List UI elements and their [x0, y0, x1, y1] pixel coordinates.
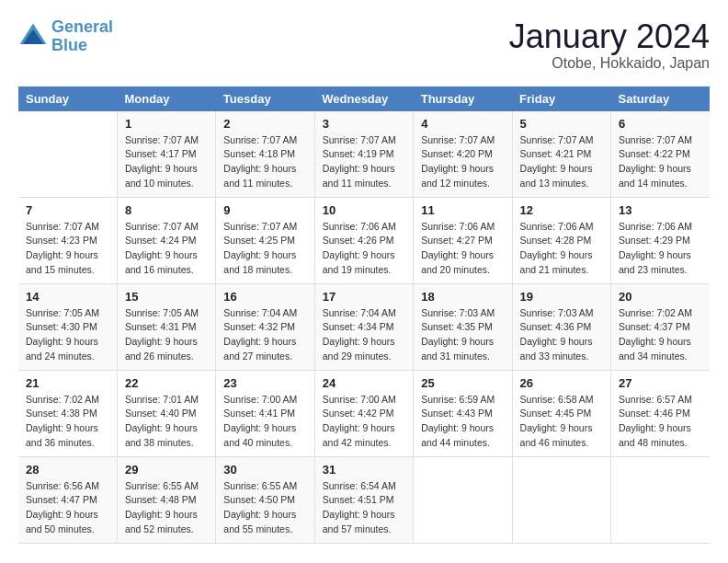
logo-line2: Blue: [51, 36, 87, 54]
calendar-cell: 7Sunrise: 7:07 AMSunset: 4:23 PMDaylight…: [18, 197, 117, 283]
day-number: 20: [619, 290, 702, 304]
calendar-cell: 23Sunrise: 7:00 AMSunset: 4:41 PMDayligh…: [216, 370, 314, 456]
day-info: Sunrise: 7:07 AMSunset: 4:25 PMDaylight:…: [223, 220, 306, 278]
day-info: Sunrise: 7:07 AMSunset: 4:20 PMDaylight:…: [421, 133, 504, 191]
day-number: 11: [421, 203, 504, 217]
weekday-header: Sunday: [18, 86, 117, 111]
day-number: 17: [323, 290, 405, 304]
day-number: 15: [125, 290, 208, 304]
day-info: Sunrise: 7:03 AMSunset: 4:36 PMDaylight:…: [520, 306, 603, 364]
calendar-cell: [414, 456, 512, 543]
day-info: Sunrise: 7:01 AMSunset: 4:40 PMDaylight:…: [125, 393, 208, 451]
weekday-header: Wednesday: [314, 86, 413, 111]
day-info: Sunrise: 7:06 AMSunset: 4:29 PMDaylight:…: [619, 220, 702, 278]
day-info: Sunrise: 7:03 AMSunset: 4:35 PMDaylight:…: [421, 306, 504, 364]
day-number: 29: [125, 463, 208, 477]
calendar-cell: 5Sunrise: 7:07 AMSunset: 4:21 PMDaylight…: [512, 111, 610, 198]
calendar-cell: 26Sunrise: 6:58 AMSunset: 4:45 PMDayligh…: [512, 370, 610, 456]
day-number: 14: [26, 290, 109, 304]
day-number: 19: [520, 290, 603, 304]
day-info: Sunrise: 6:56 AMSunset: 4:47 PMDaylight:…: [26, 479, 109, 537]
day-info: Sunrise: 7:00 AMSunset: 4:42 PMDaylight:…: [323, 393, 405, 451]
day-number: 10: [323, 203, 405, 217]
day-number: 5: [520, 117, 603, 131]
day-info: Sunrise: 7:05 AMSunset: 4:30 PMDaylight:…: [26, 306, 109, 364]
day-number: 21: [26, 376, 109, 390]
calendar-cell: 9Sunrise: 7:07 AMSunset: 4:25 PMDaylight…: [216, 197, 314, 283]
logo-line1: General: [51, 17, 113, 36]
day-number: 8: [125, 203, 208, 217]
day-info: Sunrise: 7:06 AMSunset: 4:27 PMDaylight:…: [421, 220, 504, 278]
month-title: January 2024: [509, 18, 710, 55]
calendar-table: SundayMondayTuesdayWednesdayThursdayFrid…: [18, 86, 710, 544]
day-info: Sunrise: 7:07 AMSunset: 4:21 PMDaylight:…: [520, 133, 603, 191]
calendar-cell: 15Sunrise: 7:05 AMSunset: 4:31 PMDayligh…: [117, 283, 215, 370]
calendar-cell: 29Sunrise: 6:55 AMSunset: 4:48 PMDayligh…: [117, 456, 215, 543]
day-info: Sunrise: 7:02 AMSunset: 4:38 PMDaylight:…: [26, 393, 109, 451]
weekday-header: Monday: [117, 86, 215, 111]
calendar-week-row: 7Sunrise: 7:07 AMSunset: 4:23 PMDaylight…: [18, 197, 710, 283]
day-info: Sunrise: 6:55 AMSunset: 4:48 PMDaylight:…: [125, 479, 208, 537]
calendar-cell: 25Sunrise: 6:59 AMSunset: 4:43 PMDayligh…: [414, 370, 512, 456]
calendar-cell: 20Sunrise: 7:02 AMSunset: 4:37 PMDayligh…: [611, 283, 710, 370]
calendar-cell: 8Sunrise: 7:07 AMSunset: 4:24 PMDaylight…: [117, 197, 215, 283]
location: Otobe, Hokkaido, Japan: [509, 55, 710, 72]
calendar-week-row: 28Sunrise: 6:56 AMSunset: 4:47 PMDayligh…: [18, 456, 710, 543]
calendar-cell: 1Sunrise: 7:07 AMSunset: 4:17 PMDaylight…: [117, 111, 215, 198]
calendar-cell: 10Sunrise: 7:06 AMSunset: 4:26 PMDayligh…: [314, 197, 413, 283]
calendar-week-row: 14Sunrise: 7:05 AMSunset: 4:30 PMDayligh…: [18, 283, 710, 370]
day-info: Sunrise: 7:05 AMSunset: 4:31 PMDaylight:…: [125, 306, 208, 364]
calendar-cell: [512, 456, 610, 543]
day-number: 1: [125, 117, 208, 131]
day-info: Sunrise: 7:06 AMSunset: 4:28 PMDaylight:…: [520, 220, 603, 278]
day-info: Sunrise: 7:04 AMSunset: 4:32 PMDaylight:…: [223, 306, 306, 364]
logo-text: General Blue: [51, 18, 113, 55]
day-number: 28: [26, 463, 109, 477]
calendar-cell: 31Sunrise: 6:54 AMSunset: 4:51 PMDayligh…: [314, 456, 413, 543]
day-number: 31: [323, 463, 405, 477]
day-number: 12: [520, 203, 603, 217]
day-info: Sunrise: 6:59 AMSunset: 4:43 PMDaylight:…: [421, 393, 504, 451]
weekday-header: Saturday: [611, 86, 710, 111]
page-header: General Blue January 2024 Otobe, Hokkaid…: [18, 18, 710, 72]
day-info: Sunrise: 7:02 AMSunset: 4:37 PMDaylight:…: [619, 306, 702, 364]
day-info: Sunrise: 7:07 AMSunset: 4:23 PMDaylight:…: [26, 220, 109, 278]
day-number: 18: [421, 290, 504, 304]
day-number: 26: [520, 376, 603, 390]
day-number: 30: [223, 463, 306, 477]
day-info: Sunrise: 7:07 AMSunset: 4:17 PMDaylight:…: [125, 133, 208, 191]
day-number: 13: [619, 203, 702, 217]
day-number: 9: [223, 203, 306, 217]
day-info: Sunrise: 6:54 AMSunset: 4:51 PMDaylight:…: [323, 479, 405, 537]
day-info: Sunrise: 6:58 AMSunset: 4:45 PMDaylight:…: [520, 393, 603, 451]
day-number: 16: [223, 290, 306, 304]
day-number: 2: [223, 117, 306, 131]
day-info: Sunrise: 6:55 AMSunset: 4:50 PMDaylight:…: [223, 479, 306, 537]
day-number: 24: [323, 376, 405, 390]
calendar-cell: 6Sunrise: 7:07 AMSunset: 4:22 PMDaylight…: [611, 111, 710, 198]
day-info: Sunrise: 7:04 AMSunset: 4:34 PMDaylight:…: [323, 306, 405, 364]
day-info: Sunrise: 7:06 AMSunset: 4:26 PMDaylight:…: [323, 220, 405, 278]
weekday-header-row: SundayMondayTuesdayWednesdayThursdayFrid…: [18, 86, 710, 111]
weekday-header: Friday: [512, 86, 610, 111]
weekday-header: Tuesday: [216, 86, 314, 111]
calendar-cell: 19Sunrise: 7:03 AMSunset: 4:36 PMDayligh…: [512, 283, 610, 370]
title-block: January 2024 Otobe, Hokkaido, Japan: [509, 18, 710, 72]
calendar-cell: 30Sunrise: 6:55 AMSunset: 4:50 PMDayligh…: [216, 456, 314, 543]
day-number: 25: [421, 376, 504, 390]
calendar-cell: 2Sunrise: 7:07 AMSunset: 4:18 PMDaylight…: [216, 111, 314, 198]
calendar-cell: 18Sunrise: 7:03 AMSunset: 4:35 PMDayligh…: [414, 283, 512, 370]
day-number: 3: [323, 117, 405, 131]
calendar-week-row: 21Sunrise: 7:02 AMSunset: 4:38 PMDayligh…: [18, 370, 710, 456]
day-number: 6: [619, 117, 702, 131]
calendar-cell: 28Sunrise: 6:56 AMSunset: 4:47 PMDayligh…: [18, 456, 117, 543]
calendar-cell: 12Sunrise: 7:06 AMSunset: 4:28 PMDayligh…: [512, 197, 610, 283]
day-number: 27: [619, 376, 702, 390]
day-number: 7: [26, 203, 109, 217]
calendar-cell: 4Sunrise: 7:07 AMSunset: 4:20 PMDaylight…: [414, 111, 512, 198]
calendar-week-row: 1Sunrise: 7:07 AMSunset: 4:17 PMDaylight…: [18, 111, 710, 198]
calendar-cell: 27Sunrise: 6:57 AMSunset: 4:46 PMDayligh…: [611, 370, 710, 456]
calendar-cell: 14Sunrise: 7:05 AMSunset: 4:30 PMDayligh…: [18, 283, 117, 370]
calendar-cell: 24Sunrise: 7:00 AMSunset: 4:42 PMDayligh…: [314, 370, 413, 456]
day-info: Sunrise: 7:07 AMSunset: 4:18 PMDaylight:…: [223, 133, 306, 191]
